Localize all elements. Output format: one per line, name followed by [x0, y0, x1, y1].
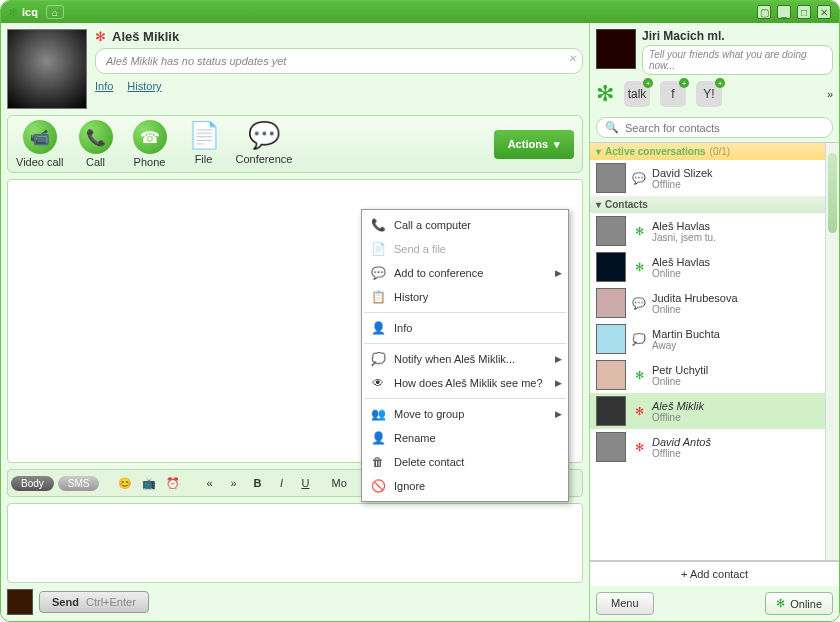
group-contacts[interactable]: ▾ Contacts [590, 196, 839, 213]
contact-status[interactable]: Aleš Miklik has no status updates yet ✕ [95, 48, 583, 74]
delete-icon: 🗑 [370, 454, 386, 470]
contact-item[interactable]: ✻ David AntošOffline [590, 429, 839, 465]
status-icon: ✻ [632, 404, 646, 418]
contact-item[interactable]: ✻ Petr UchytilOnline [590, 357, 839, 393]
contact-item[interactable]: ✻ Aleš HavlasOnline [590, 249, 839, 285]
notify-icon: 💭 [370, 351, 386, 367]
add-contact-button[interactable]: + Add contact [590, 561, 839, 586]
conference-button[interactable]: 💬 Conference [236, 120, 293, 165]
close-button[interactable]: ✕ [817, 5, 831, 19]
action-bar: 📹 Video call 📞 Call ☎ Phone 📄 File 💬 [7, 115, 583, 173]
contact-avatar[interactable] [7, 29, 87, 109]
rename-icon: 👤 [370, 430, 386, 446]
file-send-icon: 📄 [370, 241, 386, 257]
contact-list[interactable]: ▾ Active conversations (0/1) 💬 David Sli… [590, 142, 839, 561]
menu-delete[interactable]: 🗑 Delete contact [362, 450, 568, 474]
menu-rename[interactable]: 👤 Rename [362, 426, 568, 450]
phone-button[interactable]: ☎ Phone [128, 120, 172, 168]
maximize-button[interactable]: □ [797, 5, 811, 19]
online-status-button[interactable]: ✻ Online [765, 592, 833, 615]
quote-left-icon[interactable]: « [199, 473, 219, 493]
collapse-icon: ▾ [596, 146, 601, 157]
contact-item[interactable]: ✻ Aleš HavlasJasni, jsem tu. [590, 213, 839, 249]
emoji-icon[interactable]: 😊 [115, 473, 135, 493]
history-link[interactable]: History [127, 80, 161, 92]
menu-history[interactable]: 📋 History [362, 285, 568, 309]
my-status[interactable]: Tell your friends what you are doing now… [642, 45, 833, 75]
group-active-conversations[interactable]: ▾ Active conversations (0/1) [590, 143, 839, 160]
file-button[interactable]: 📄 File [182, 120, 226, 165]
conference-add-icon: 💬 [370, 265, 386, 281]
menu-notify[interactable]: 💭 Notify when Aleš Miklik... ▶ [362, 347, 568, 371]
compose-area[interactable] [7, 503, 583, 583]
contact-item[interactable]: 💬 David Slizek Offline [590, 160, 839, 196]
yahoo-icon[interactable]: Y!+ [696, 81, 722, 107]
icq-logo-icon: ✻ [9, 6, 18, 19]
bold-button[interactable]: B [247, 473, 267, 493]
body-tab[interactable]: Body [11, 476, 54, 491]
contact-search[interactable]: 🔍 [596, 117, 833, 138]
menu-info[interactable]: 👤 Info [362, 316, 568, 340]
contact-item[interactable]: ✻ Aleš MiklikOffline [590, 393, 839, 429]
status-icon: ✻ [632, 260, 646, 274]
file-icon: 📄 [188, 120, 220, 151]
titlebar: ✻ icq ⌂ ▢ _ □ ✕ [1, 1, 839, 23]
eye-icon: 👁 [370, 375, 386, 391]
submenu-arrow-icon: ▶ [555, 268, 562, 278]
contact-item[interactable]: 💭 Martin BuchtaAway [590, 321, 839, 357]
my-name[interactable]: Jiri Macich ml. [642, 29, 833, 43]
contact-item[interactable]: 💬 Judita HrubesovaOnline [590, 285, 839, 321]
status-icon: 💬 [632, 296, 646, 310]
icq-network-icon[interactable]: ✻ [596, 81, 614, 107]
quote-right-icon[interactable]: » [223, 473, 243, 493]
send-button[interactable]: Send Ctrl+Enter [39, 591, 149, 613]
actions-dropdown[interactable]: Actions ▾ [494, 130, 574, 159]
my-mini-avatar[interactable] [7, 589, 33, 615]
search-input[interactable] [625, 122, 824, 134]
contact-avatar-small [596, 288, 626, 318]
home-button[interactable]: ⌂ [46, 5, 64, 19]
contact-scrollbar[interactable] [825, 143, 839, 560]
collapse-icon: ▾ [596, 199, 601, 210]
chevron-down-icon: ▾ [554, 138, 560, 151]
sms-tab[interactable]: SMS [58, 476, 100, 491]
menu-button[interactable]: Menu [596, 592, 654, 615]
facebook-icon[interactable]: f+ [660, 81, 686, 107]
italic-button[interactable]: I [271, 473, 291, 493]
history-icon: 📋 [370, 289, 386, 305]
more-networks-icon[interactable]: » [827, 88, 833, 100]
submenu-arrow-icon: ▶ [555, 354, 562, 364]
alarm-icon[interactable]: ⏰ [163, 473, 183, 493]
status-close-icon[interactable]: ✕ [568, 53, 576, 64]
info-link[interactable]: Info [95, 80, 113, 92]
my-avatar[interactable] [596, 29, 636, 69]
status-flower-icon: ✻ [95, 29, 106, 44]
contact-avatar-small [596, 360, 626, 390]
menu-ignore[interactable]: 🚫 Ignore [362, 474, 568, 498]
chat-pane: ✻ Aleš Miklik Aleš Miklik has no status … [1, 23, 589, 621]
phone-green-icon: 📞 [370, 217, 386, 233]
submenu-arrow-icon: ▶ [555, 378, 562, 388]
contact-avatar-small [596, 432, 626, 462]
contact-avatar-small [596, 252, 626, 282]
call-button[interactable]: 📞 Call [74, 120, 118, 168]
ignore-icon: 🚫 [370, 478, 386, 494]
menu-add-conference[interactable]: 💬 Add to conference ▶ [362, 261, 568, 285]
contact-avatar-small [596, 324, 626, 354]
more-label[interactable]: Mo [331, 477, 346, 489]
gtalk-icon[interactable]: talk+ [624, 81, 650, 107]
status-icon: 💬 [632, 171, 646, 185]
menu-call-computer[interactable]: 📞 Call a computer [362, 213, 568, 237]
search-icon: 🔍 [605, 121, 619, 134]
status-icon: ✻ [632, 440, 646, 454]
menu-move-group[interactable]: 👥 Move to group ▶ [362, 402, 568, 426]
contact-name: Aleš Miklik [112, 29, 179, 44]
online-flower-icon: ✻ [776, 597, 785, 610]
status-icon: 💭 [632, 332, 646, 346]
menu-how-sees[interactable]: 👁 How does Aleš Miklik see me? ▶ [362, 371, 568, 395]
minimize-button[interactable]: _ [777, 5, 791, 19]
underline-button[interactable]: U [295, 473, 315, 493]
detach-button[interactable]: ▢ [757, 5, 771, 19]
video-call-button[interactable]: 📹 Video call [16, 120, 64, 168]
tv-icon[interactable]: 📺 [139, 473, 159, 493]
